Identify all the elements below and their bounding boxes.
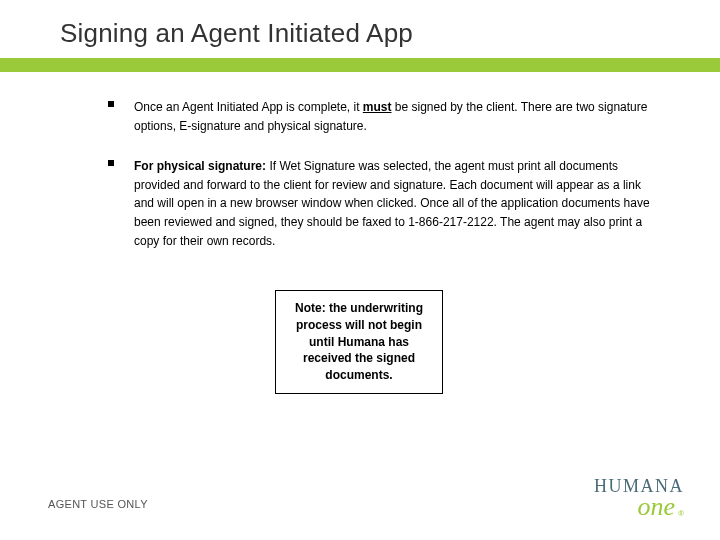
registered-icon: ® [678,509,684,518]
bullet-1-must: must [363,100,392,114]
accent-bar [0,58,720,72]
slide: Signing an Agent Initiated App Once an A… [0,0,720,540]
logo-sub-text: one [638,495,676,518]
bullet-1: Once an Agent Initiated App is complete,… [108,98,663,135]
bullet-square-icon [108,101,114,107]
bullet-1-pre: Once an Agent Initiated App is complete,… [134,100,363,114]
bullet-square-icon [108,160,114,166]
footer-label: AGENT USE ONLY [48,498,148,510]
bullet-2-lead: For physical signature: [134,159,269,173]
logo-sub-wrap: one ® [594,495,684,518]
note-box: Note: the underwriting process will not … [275,290,443,394]
bullet-list: Once an Agent Initiated App is complete,… [108,98,663,272]
brand-logo: HUMANA one ® [594,476,684,518]
page-title: Signing an Agent Initiated App [60,18,413,49]
bullet-2: For physical signature: If Wet Signature… [108,157,663,250]
